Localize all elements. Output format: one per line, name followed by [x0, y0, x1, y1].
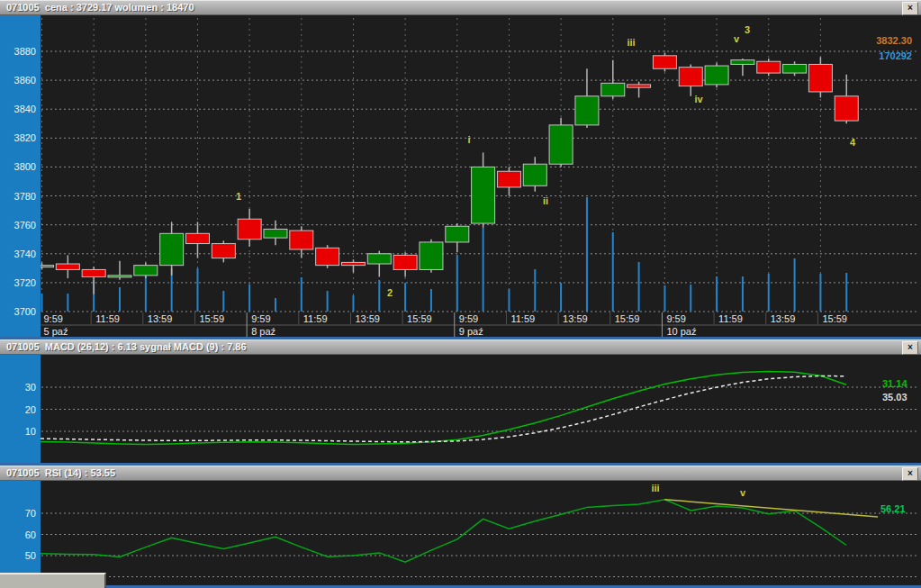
- wave-annotation: 3: [745, 24, 750, 35]
- candle-body: [367, 254, 391, 264]
- y-tick-label: 3860: [14, 75, 36, 86]
- time-label: 13:59: [771, 313, 796, 324]
- time-label: 9:59: [251, 313, 270, 324]
- price-titlebar[interactable]: 071005 cena : 3729.17 wolumen : 18470 ×: [0, 0, 921, 15]
- candle-body: [472, 167, 495, 223]
- macd-chart[interactable]: 30201031.1435.03: [0, 355, 921, 463]
- time-label: 15:59: [615, 313, 640, 324]
- candle-body: [835, 96, 858, 121]
- rsi-chart-body: 706050iiiv56.21: [0, 481, 921, 585]
- close-icon: ×: [907, 468, 913, 478]
- candle-body: [56, 264, 79, 269]
- rsi-line: [41, 500, 846, 562]
- macd-close-button[interactable]: ×: [902, 341, 918, 355]
- current-value-label: 35.03: [882, 392, 907, 403]
- close-icon: ×: [907, 3, 913, 13]
- wave-annotation: v: [740, 487, 746, 498]
- time-label: 9:59: [666, 313, 685, 324]
- macd-chart-body: 30201031.1435.03: [0, 355, 921, 463]
- wave-annotation: 4: [850, 137, 856, 148]
- date-label: 9 paź: [459, 326, 483, 337]
- macd-line: [41, 372, 846, 445]
- current-value-label: 31.14: [882, 378, 907, 389]
- candle-body: [783, 64, 807, 73]
- time-label: 13:59: [563, 313, 588, 324]
- wave-annotation: v: [734, 33, 740, 44]
- candle-body: [575, 96, 599, 125]
- y-tick-label: 3880: [14, 46, 36, 57]
- y-tick-label: 3800: [14, 161, 36, 172]
- price-title: 071005 cena : 3729.17 wolumen : 18470: [6, 2, 194, 13]
- candle-body: [185, 233, 209, 243]
- wave-annotation: 1: [236, 191, 241, 202]
- wave-annotation: 2: [387, 287, 393, 298]
- time-label: 15:59: [199, 313, 224, 324]
- candle-body: [108, 276, 131, 277]
- y-tick-label: 3760: [14, 220, 36, 231]
- candle-body: [160, 233, 184, 265]
- current-value-label: 56.21: [880, 503, 906, 514]
- candle-body: [446, 226, 469, 242]
- y-tick-label: 3780: [14, 191, 36, 202]
- wave-annotation: iii: [651, 483, 659, 493]
- candle-body: [679, 68, 702, 86]
- price-close-button[interactable]: ×: [902, 2, 918, 15]
- price-chart-body: 3880386038403820380037803760374037203700…: [0, 15, 921, 337]
- rsi-chart[interactable]: 706050iiiv56.21: [0, 481, 921, 585]
- wave-annotation: iv: [694, 94, 703, 104]
- time-label: 15:59: [407, 313, 432, 324]
- candle-body: [393, 255, 417, 269]
- time-label: 11:59: [95, 313, 120, 324]
- time-label: 11:59: [718, 313, 743, 324]
- close-icon: ×: [907, 342, 913, 352]
- time-label: 13:59: [355, 313, 380, 324]
- rsi-title: 071005 RSI (14) : 53.55: [6, 467, 115, 478]
- rsi-titlebar[interactable]: 071005 RSI (14) : 53.55 ×: [0, 466, 921, 481]
- date-label: 10 paź: [666, 326, 696, 337]
- rsi-panel: 071005 RSI (14) : 53.55 × 706050iiiv56.2…: [0, 466, 921, 588]
- macd-title: 071005 MACD (26,12) : 6.13 sygnał MACD (…: [6, 341, 247, 352]
- y-tick-label: 10: [25, 426, 36, 437]
- candle-body: [290, 231, 313, 249]
- time-label: 9:59: [459, 313, 478, 324]
- candle-body: [82, 269, 105, 276]
- candle-body: [134, 266, 158, 276]
- candle-body: [601, 83, 625, 95]
- candle-body: [705, 66, 728, 85]
- macd-panel: 071005 MACD (26,12) : 6.13 sygnał MACD (…: [0, 339, 921, 466]
- wave-annotation: iii: [627, 37, 635, 48]
- hscroll-corner[interactable]: [0, 573, 106, 588]
- current-value-label: 170292: [879, 50, 912, 61]
- time-label: 11:59: [510, 313, 535, 324]
- candle-body: [316, 248, 339, 265]
- time-label: 15:59: [822, 313, 847, 324]
- candle-body: [653, 56, 676, 68]
- date-label: 5 paź: [44, 326, 68, 337]
- candle-body: [549, 125, 573, 164]
- candle-body: [757, 61, 781, 73]
- candle-body: [238, 219, 261, 239]
- trendline: [664, 500, 878, 517]
- candle-body: [628, 85, 651, 87]
- rsi-close-button[interactable]: ×: [902, 467, 918, 481]
- y-tick-label: 20: [25, 404, 36, 415]
- y-tick-label: 30: [25, 382, 36, 393]
- y-tick-label: 60: [25, 529, 36, 540]
- time-label: 11:59: [303, 313, 328, 324]
- macd-titlebar[interactable]: 071005 MACD (26,12) : 6.13 sygnał MACD (…: [0, 339, 921, 355]
- time-label: 9:59: [44, 313, 63, 324]
- y-tick-label: 3720: [14, 277, 36, 288]
- price-chart[interactable]: 3880386038403820380037803760374037203700…: [0, 15, 921, 337]
- y-tick-label: 3840: [14, 104, 36, 114]
- y-tick-label: 3740: [14, 249, 36, 259]
- y-tick-label: 50: [25, 550, 36, 561]
- wave-annotation: i: [467, 134, 470, 145]
- y-tick-label: 3700: [14, 306, 36, 317]
- y-tick-label: 3820: [14, 132, 36, 143]
- current-value-label: 3832.30: [876, 35, 912, 46]
- candle-body: [731, 60, 754, 65]
- candle-body: [523, 164, 546, 185]
- candle-body: [264, 229, 287, 238]
- time-label: 13:59: [148, 313, 173, 324]
- y-tick-label: 70: [25, 508, 36, 519]
